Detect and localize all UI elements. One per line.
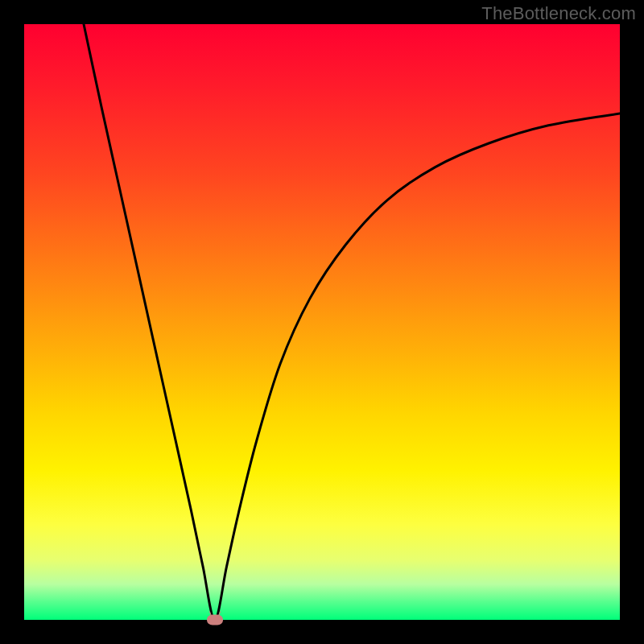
chart-frame: TheBottleneck.com — [0, 0, 644, 644]
minimum-marker-icon — [207, 615, 223, 625]
watermark-label: TheBottleneck.com — [481, 3, 636, 24]
bottleneck-curve — [24, 24, 620, 620]
curve-path — [84, 24, 620, 620]
plot-area — [24, 24, 620, 620]
